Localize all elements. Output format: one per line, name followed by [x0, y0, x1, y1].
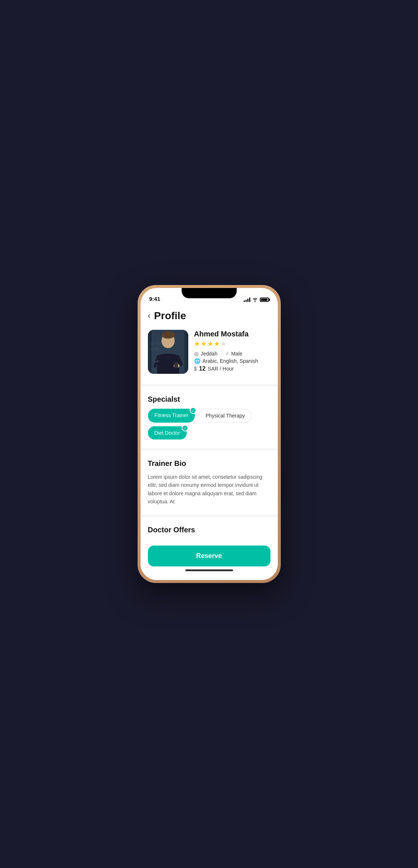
- doctor-offers-section: Doctor Offers: [141, 520, 278, 541]
- avatar: DO YOU H STOM CAR: [148, 330, 188, 374]
- home-indicator: [148, 566, 270, 573]
- battery-icon: [260, 298, 269, 302]
- tag-fitness-trainer[interactable]: Fitness Trainer ✓: [148, 409, 195, 423]
- specialist-title: Specialst: [148, 395, 270, 404]
- bottom-bar: Reserve: [141, 541, 278, 580]
- gender-text: Male: [231, 351, 242, 357]
- tag-check-2: ✓: [182, 425, 188, 431]
- star-1: ★: [194, 340, 200, 348]
- rating-stars: ★ ★ ★ ★ ★: [194, 340, 270, 348]
- svg-point-5: [161, 331, 175, 339]
- dollar-icon: $: [194, 366, 197, 372]
- gender-icon: ♂: [225, 351, 229, 357]
- price-row: $ 12 SAR / Hour: [194, 365, 270, 372]
- page-header: ‹ Profile: [141, 304, 278, 326]
- languages-text: Arabic, English, Spanish: [203, 358, 258, 364]
- divider-1: [141, 384, 278, 386]
- star-3: ★: [207, 340, 213, 348]
- reserve-button[interactable]: Reserve: [148, 546, 270, 566]
- languages-row: 🌐 Arabic, English, Spanish: [194, 358, 270, 364]
- scroll-content[interactable]: ‹ Profile DO YOU H STOM: [141, 304, 278, 541]
- doctor-offers-title: Doctor Offers: [148, 526, 270, 534]
- page-title: Profile: [154, 310, 186, 322]
- star-5: ★: [221, 340, 226, 348]
- notch: [182, 288, 237, 298]
- wifi-icon: [252, 298, 258, 302]
- trainer-bio-title: Trainer Bio: [148, 459, 270, 468]
- home-indicator-bar: [185, 569, 233, 571]
- tag-diet-doctor[interactable]: Diet Doctor ✓: [148, 426, 187, 440]
- profile-info: Ahmed Mostafa ★ ★ ★ ★ ★ ◎ Jeddah ♂ Male: [194, 330, 270, 373]
- location-row: ◎ Jeddah ♂ Male: [194, 351, 270, 357]
- specialist-section: Specialst Fitness Trainer ✓ Physical The…: [141, 389, 278, 445]
- location-icon: ◎: [194, 351, 199, 357]
- divider-2: [141, 448, 278, 451]
- signal-icon: [244, 298, 250, 302]
- star-4: ★: [214, 340, 220, 348]
- tag-check-1: ✓: [190, 407, 196, 414]
- svg-text:STOM: STOM: [150, 347, 159, 351]
- price-number: 12: [199, 365, 206, 372]
- tag-physical-therapy[interactable]: Physical Therapy: [199, 409, 252, 423]
- specialist-tags: Fitness Trainer ✓ Physical Therapy Diet …: [148, 409, 270, 440]
- profile-name: Ahmed Mostafa: [194, 330, 270, 338]
- price-unit: SAR / Hour: [208, 366, 234, 372]
- star-2: ★: [201, 340, 207, 348]
- status-icons: [244, 298, 269, 302]
- location-text: Jeddah: [201, 351, 218, 357]
- globe-icon: 🌐: [194, 358, 200, 364]
- svg-rect-8: [174, 362, 178, 368]
- divider-3: [141, 515, 278, 517]
- status-time: 9:41: [149, 296, 160, 302]
- bio-text: Lorem ipsum dolor sit amet, consetetur s…: [148, 473, 270, 506]
- profile-section: DO YOU H STOM CAR: [141, 326, 278, 381]
- trainer-bio-section: Trainer Bio Lorem ipsum dolor sit amet, …: [141, 453, 278, 512]
- back-button[interactable]: ‹: [148, 311, 150, 321]
